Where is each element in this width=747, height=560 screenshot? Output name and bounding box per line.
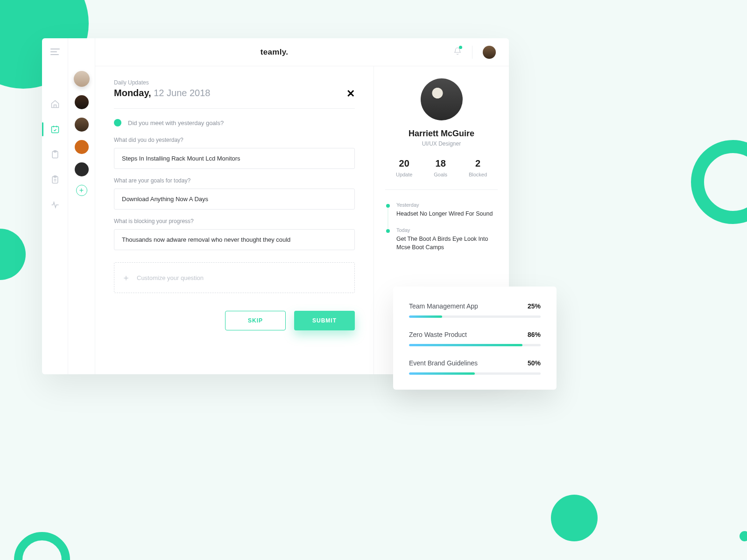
stat-goals: 18 Goals <box>434 158 447 177</box>
progress-item: Team Management App25% <box>409 302 541 318</box>
svg-rect-0 <box>51 126 58 133</box>
section-eyebrow: Daily Updates <box>114 79 355 86</box>
add-person-button[interactable]: + <box>76 185 87 196</box>
timeline: Yesterday Headset No Longer Wired For So… <box>385 202 498 252</box>
plus-icon: ＋ <box>122 272 130 283</box>
home-icon[interactable] <box>50 99 60 109</box>
profile-avatar[interactable] <box>421 78 463 120</box>
profile-role: UI/UX Designer <box>385 140 498 147</box>
profile-name: Harriett McGuire <box>385 129 498 139</box>
timeline-item: Yesterday Headset No Longer Wired For So… <box>385 202 498 218</box>
bg-shape <box>14 532 70 560</box>
avatar[interactable] <box>75 140 89 154</box>
divider <box>472 46 472 59</box>
customize-question-button[interactable]: ＋ Customize your question <box>114 262 355 293</box>
menu-icon[interactable] <box>50 49 60 55</box>
field-label: What did you do yesterday? <box>114 137 355 143</box>
bg-shape <box>740 531 747 541</box>
progress-bar <box>409 315 541 318</box>
calendar-check-icon[interactable] <box>50 124 60 134</box>
submit-button[interactable]: SUBMIT <box>294 311 355 330</box>
user-avatar[interactable] <box>483 46 496 59</box>
skip-button[interactable]: SKIP <box>225 311 286 330</box>
progress-card: Team Management App25% Zero Waste Produc… <box>393 287 557 390</box>
notification-dot <box>459 46 462 49</box>
update-form: Daily Updates Monday, 12 June 2018 ✕ Did… <box>95 66 374 374</box>
stat-blocked: 2 Blocked <box>469 158 487 177</box>
goals-met-checkbox[interactable]: Did you meet with yesterday goals? <box>114 119 355 126</box>
clipboard-icon[interactable] <box>50 149 60 160</box>
brand-logo: teamly. <box>95 48 453 57</box>
stat-update: 20 Update <box>396 158 412 177</box>
progress-bar <box>409 344 541 346</box>
page-title: Monday, 12 June 2018 <box>114 88 210 98</box>
avatar[interactable] <box>75 95 89 109</box>
today-goals-input[interactable]: Download Anything Now A Days <box>114 189 355 210</box>
timeline-item: Today Get The Boot A Birds Eye Look Into… <box>385 227 498 252</box>
yesterday-input[interactable]: Steps In Installing Rack Mount Lcd Monit… <box>114 148 355 169</box>
people-column: + <box>68 38 95 374</box>
progress-item: Event Brand Guidelines50% <box>409 359 541 375</box>
field-label: What are your goals for today? <box>114 177 355 184</box>
bg-shape <box>0 229 26 280</box>
close-icon[interactable]: ✕ <box>346 88 355 100</box>
clipboard-list-icon[interactable] <box>50 175 60 185</box>
field-label: What is blocking your progress? <box>114 218 355 224</box>
nav-sidebar <box>42 38 68 374</box>
avatar[interactable] <box>75 118 89 132</box>
activity-icon[interactable] <box>50 200 60 210</box>
avatar[interactable] <box>74 71 90 87</box>
avatar[interactable] <box>75 162 89 176</box>
blocking-input[interactable]: Thousands now adware removal who never t… <box>114 229 355 250</box>
bg-shape <box>691 140 747 224</box>
bg-shape <box>551 495 598 541</box>
profile-stats: 20 Update 18 Goals 2 Blocked <box>385 158 498 190</box>
progress-item: Zero Waste Product86% <box>409 331 541 346</box>
progress-bar <box>409 372 541 375</box>
check-dot-icon <box>114 119 121 126</box>
header: teamly. <box>95 38 509 66</box>
bell-icon[interactable] <box>453 47 462 58</box>
